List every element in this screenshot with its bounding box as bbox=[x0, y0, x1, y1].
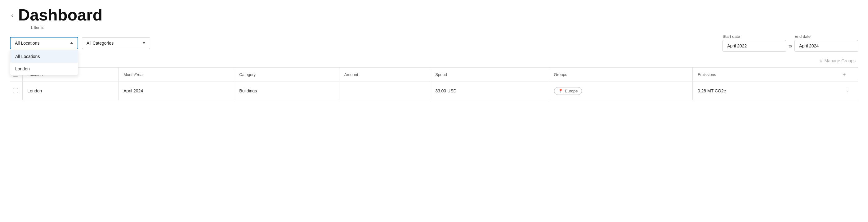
location-option-all[interactable]: All Locations bbox=[10, 50, 78, 63]
th-add: + bbox=[838, 68, 858, 82]
category-dropdown-arrow-icon bbox=[143, 42, 146, 44]
category-selected-label: All Categories bbox=[87, 41, 114, 45]
row-actions-button[interactable]: ⋮ bbox=[843, 86, 853, 95]
hash-icon: # bbox=[820, 58, 823, 64]
location-dropdown-button[interactable]: All Locations bbox=[10, 37, 78, 49]
category-dropdown-button[interactable]: All Categories bbox=[82, 37, 150, 49]
row-spend: 33.00 USD bbox=[430, 82, 549, 100]
table-row: London April 2024 Buildings 33.00 USD 📍 bbox=[10, 82, 858, 100]
back-button[interactable]: ‹ bbox=[10, 11, 14, 20]
data-table: Location Month/Year Category Amount Spen… bbox=[10, 67, 858, 100]
table-header-row: Location Month/Year Category Amount Spen… bbox=[10, 68, 858, 82]
items-count: 1 Items bbox=[30, 25, 858, 30]
row-emissions: 0.28 MT CO2e bbox=[692, 82, 838, 100]
page-title: Dashboard bbox=[18, 6, 103, 24]
start-date-label: Start date bbox=[722, 34, 786, 39]
row-checkbox[interactable] bbox=[13, 88, 18, 93]
end-date-label: End date bbox=[795, 34, 858, 39]
th-month-year: Month/Year bbox=[119, 68, 234, 82]
location-option-london[interactable]: London bbox=[10, 63, 78, 75]
manage-groups-row: # Manage Groups bbox=[10, 52, 858, 67]
pin-icon: 📍 bbox=[558, 89, 563, 93]
date-to-separator: to bbox=[788, 44, 792, 49]
row-groups: 📍 Europe bbox=[549, 82, 692, 100]
th-emissions: Emissions bbox=[692, 68, 838, 82]
th-groups: Groups bbox=[549, 68, 692, 82]
location-filter[interactable]: All Locations All Locations London bbox=[10, 37, 78, 49]
location-dropdown-menu: All Locations London bbox=[10, 50, 78, 75]
end-date-input[interactable] bbox=[795, 40, 858, 52]
th-amount: Amount bbox=[339, 68, 430, 82]
location-dropdown-arrow-icon bbox=[70, 42, 73, 44]
date-group: Start date to End date bbox=[722, 34, 858, 52]
manage-groups-button[interactable]: # Manage Groups bbox=[817, 57, 858, 65]
filters-row: All Locations All Locations London All C… bbox=[10, 34, 858, 52]
th-spend: Spend bbox=[430, 68, 549, 82]
add-column-button[interactable]: + bbox=[843, 71, 846, 78]
row-category: Buildings bbox=[234, 82, 339, 100]
category-filter[interactable]: All Categories bbox=[82, 37, 150, 49]
start-date-input[interactable] bbox=[722, 40, 786, 52]
manage-groups-label: Manage Groups bbox=[825, 58, 856, 63]
start-date-group: Start date bbox=[722, 34, 786, 52]
row-actions-cell: ⋮ bbox=[838, 82, 858, 100]
location-selected-label: All Locations bbox=[15, 41, 39, 45]
th-category: Category bbox=[234, 68, 339, 82]
end-date-group: End date bbox=[795, 34, 858, 52]
row-location: London bbox=[22, 82, 119, 100]
row-checkbox-cell bbox=[10, 82, 22, 100]
group-badge[interactable]: 📍 Europe bbox=[554, 87, 582, 95]
row-amount bbox=[339, 82, 430, 100]
row-month-year: April 2024 bbox=[119, 82, 234, 100]
